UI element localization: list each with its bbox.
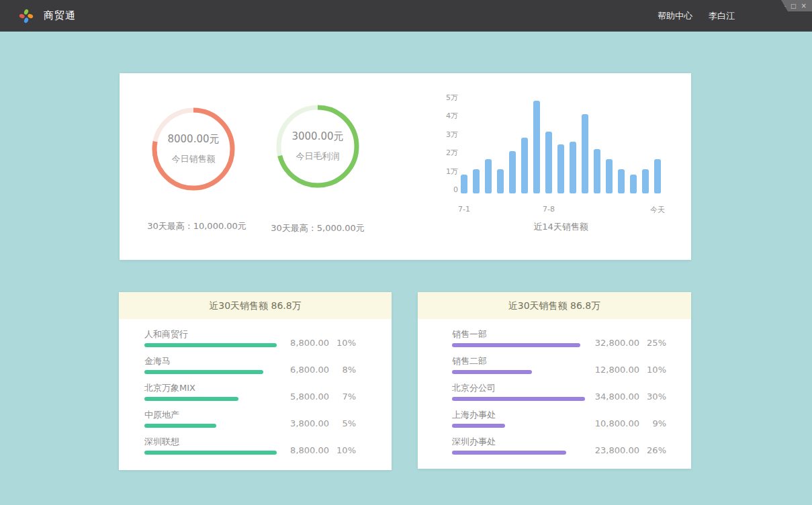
customer-ranking-list: 人和商贸行8,800.0010%金海马6,800.008%北京万象MIX5,80… [119,319,392,463]
ranking-row-values: 10,800.009% [595,418,666,428]
y-axis-tick-label: 5万 [431,93,458,103]
sales-donut-chart: 8000.00元 今日销售额 [150,105,237,193]
today-sales-value: 8000.00元 [167,133,219,146]
ranking-row-label: 上海办事处 [452,409,496,421]
customer-ranking-card: 近30天销售额 86.8万 人和商贸行8,800.0010%金海马6,800.0… [119,292,392,470]
app-title: 商贸通 [44,9,76,22]
ranking-row-percent: 10% [639,365,666,375]
ranking-row-values: 34,800.0030% [595,392,666,402]
help-center-link[interactable]: 帮助中心 [658,10,692,22]
y-axis-tick-label: 3万 [431,130,458,140]
today-profit-value: 3000.00元 [291,130,343,143]
daily-bar [654,159,661,193]
ranking-row-bar [452,424,505,428]
profit-donut-chart: 3000.00元 今日毛利润 [274,103,361,190]
ranking-row: 北京万象MIX5,800.007% [144,382,356,409]
ranking-row-values: 8,800.0010% [290,338,356,348]
ranking-row-values: 5,800.007% [290,392,356,402]
app-logo-icon [19,9,34,24]
daily-bar [557,144,564,193]
ranking-row: 人和商贸行8,800.0010% [144,328,356,355]
daily-bars [461,93,661,193]
maximize-button[interactable]: □ [791,3,797,9]
ranking-row-amount: 12,800.00 [595,365,639,375]
ranking-row-amount: 8,800.00 [290,338,329,348]
ranking-row-percent: 8% [329,365,356,375]
daily-bar [594,149,600,193]
ranking-row: 深圳办事处23,800.0026% [452,436,666,463]
today-profit-label: 今日毛利润 [296,150,340,163]
ranking-row-amount: 5,800.00 [290,392,329,402]
y-axis-tick-label: 2万 [431,148,458,158]
daily-bar [570,142,576,193]
minimize-button[interactable]: – [782,3,786,9]
titlebar: 商贸通 帮助中心 李白江 – □ × [0,0,812,32]
ranking-row-bar [452,370,532,374]
customer-ranking-title: 近30天销售额 86.8万 [119,292,392,319]
daily-chart-title: 近14天销售额 [461,221,661,233]
ranking-row-percent: 25% [639,338,666,348]
ranking-row-label: 北京分公司 [452,382,496,394]
ranking-row-bar [452,451,566,455]
y-axis-tick-label: 0 [431,185,458,195]
ranking-row: 金海马6,800.008% [144,355,356,382]
ranking-row-values: 23,800.0026% [595,445,666,455]
close-button[interactable]: × [801,3,807,9]
ranking-row-percent: 9% [639,418,666,428]
daily-bar [461,175,467,193]
ranking-row-bar [144,451,277,455]
ranking-row-label: 人和商贸行 [144,328,188,340]
ranking-row-percent: 26% [639,445,666,455]
ranking-row-values: 6,800.008% [290,365,356,375]
ranking-row: 销售二部12,800.0010% [452,355,666,382]
ranking-row-bar [452,343,580,347]
ranking-row-bar [144,424,216,428]
y-axis-tick-label: 4万 [431,111,458,122]
daily-bar [533,101,540,193]
x-axis-tick-label: 今天 [650,205,665,215]
ranking-row-amount: 3,800.00 [290,418,329,428]
overview-card: 8000.00元 今日销售额 30天最高：10,000.00元 3000.00元… [120,73,691,260]
y-axis-tick-label: 1万 [431,167,458,177]
daily-bar [630,175,637,193]
daily-bar [582,114,588,193]
ranking-row-label: 中原地产 [144,409,179,421]
ranking-row-percent: 10% [329,338,356,348]
ranking-row-values: 32,800.0025% [595,338,666,348]
department-ranking-list: 销售一部32,800.0025%销售二部12,800.0010%北京分公司34,… [418,319,691,463]
ranking-row-bar [144,397,238,401]
window-controls: – □ × [770,0,812,11]
daily-bar [545,132,552,193]
ranking-row-label: 北京万象MIX [144,382,195,394]
user-menu[interactable]: 李白江 [709,10,735,22]
today-sales-label: 今日销售额 [172,153,216,165]
ranking-row: 中原地产3,800.005% [144,409,356,436]
ranking-row-values: 3,800.005% [290,418,356,428]
ranking-row-amount: 32,800.00 [595,338,639,348]
daily-x-axis: 7-17-8今天 [461,205,661,214]
ranking-row: 上海办事处10,800.009% [452,409,666,436]
ranking-row-bar [452,397,585,401]
ranking-row-amount: 34,800.00 [595,392,639,402]
ranking-row-percent: 10% [329,445,356,455]
ranking-row-amount: 10,800.00 [595,418,639,428]
daily-bar [473,169,480,193]
ranking-row-label: 销售二部 [452,355,487,367]
x-axis-tick-label: 7-1 [458,205,470,214]
ranking-row-bar [144,370,263,374]
daily-bar [485,159,492,193]
department-ranking-card: 近30天销售额 86.8万 销售一部32,800.0025%销售二部12,800… [418,292,691,469]
ranking-row-label: 深圳联想 [144,436,179,448]
daily-bar [618,169,625,193]
ranking-row-values: 8,800.0010% [290,445,356,455]
ranking-row-percent: 7% [329,392,356,402]
titlebar-nav: 帮助中心 李白江 [658,0,735,32]
daily-sales-bar-chart: 01万2万3万4万5万 7-17-8今天 近14天销售额 [422,73,690,260]
daily-bar [497,169,504,193]
daily-bar [606,159,613,193]
ranking-row-label: 深圳办事处 [452,436,496,448]
ranking-row-amount: 23,800.00 [595,445,639,455]
x-axis-tick-label: 7-8 [543,205,555,214]
ranking-row-bar [144,343,277,347]
ranking-row-percent: 5% [329,418,356,428]
